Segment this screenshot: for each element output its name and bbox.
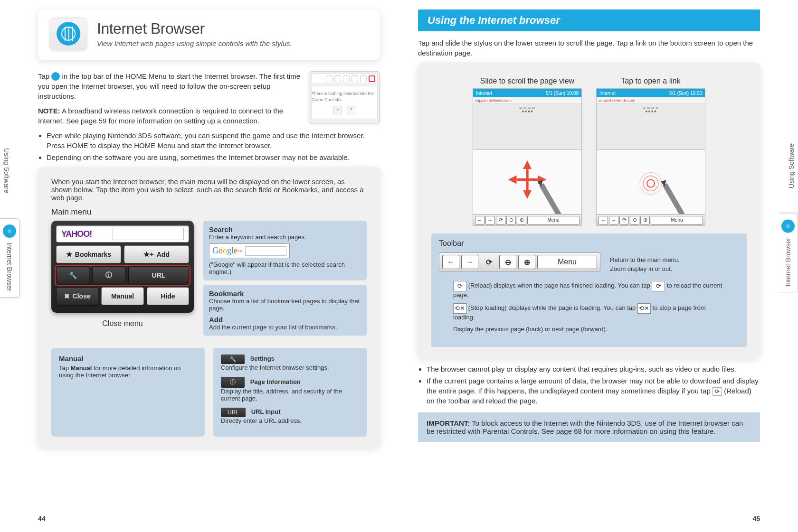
home-top-icon [352, 75, 358, 82]
close-menu-label: Close menu [51, 319, 194, 328]
globe-icon [3, 224, 16, 238]
forward-button[interactable]: → [461, 255, 478, 269]
btn-label: URL [152, 271, 166, 279]
intro-section: Tap in the top bar of the HOME Menu to s… [38, 71, 380, 131]
browser-usage-card: Slide to scroll the page view Internet5/… [418, 63, 760, 357]
wrench-icon: 🔧 [69, 271, 77, 279]
search-field[interactable]: YAHOO! [56, 225, 189, 243]
zoom-out-button[interactable]: ⊖ [630, 216, 639, 224]
menu-button[interactable]: Menu [527, 216, 580, 224]
tap-indicator [639, 171, 663, 196]
btn-label: Manual [111, 292, 134, 300]
reload-button[interactable]: ⟳ [480, 255, 497, 269]
toolbar-diagram: ← → ⟳ ⊖ ⊕ Menu [439, 252, 600, 271]
side-tab-internet-browser: Internet Browser [0, 218, 19, 298]
site-url: support.nintendo.com [597, 97, 705, 104]
bullet: If the current page contains a large amo… [427, 376, 760, 406]
menu-button[interactable]: Menu [537, 255, 597, 269]
box-title: Search [209, 225, 361, 233]
important-note-box: IMPORTANT: To block access to the Intern… [418, 412, 760, 442]
zoom-in-button[interactable]: ⊕ [640, 216, 650, 224]
side-tab-label: Internet Browser [784, 238, 792, 287]
page-title: Internet Browser [97, 20, 292, 37]
google-search-field[interactable]: Google™ [209, 243, 290, 258]
stop-icon: ⟲✕ [453, 303, 466, 314]
search-input[interactable] [113, 228, 184, 240]
btn-label: Close [73, 292, 91, 300]
screen-time: 5/1 (Sun) 10:00 [669, 91, 702, 96]
forward-button[interactable]: → [485, 216, 495, 224]
home-menu-screenshot: There is nothing inserted into the Game … [309, 71, 380, 123]
intro-text-b: in the top bar of the HOME Menu to start… [38, 72, 300, 100]
bullet: Depending on the software you are using,… [47, 152, 380, 162]
url-button[interactable]: URL [128, 266, 189, 284]
header-card: Internet Browser View Internet web pages… [38, 9, 380, 60]
google-input[interactable] [245, 246, 286, 256]
close-button[interactable]: ✖ Close [56, 287, 98, 305]
stop-text-a: (Stop loading) displays while the page i… [468, 304, 637, 311]
side-tab-using-software: Using Software [785, 138, 798, 194]
text: Tap [59, 364, 71, 372]
settings-button[interactable]: 🔧 [56, 266, 89, 284]
box-title: Page Information [250, 378, 301, 385]
reload-button[interactable]: ⟳ [496, 216, 505, 224]
important-text: To block access to the Internet with the… [427, 419, 743, 435]
svg-marker-3 [538, 175, 547, 184]
toolbar-note-return: Return to the main menu. [610, 256, 680, 263]
menu-button[interactable]: Menu [651, 216, 703, 224]
back-button[interactable]: ← [475, 216, 484, 224]
box-desc: Display the title, address, and security… [221, 388, 359, 402]
bullet: The browser cannot play or display any c… [427, 364, 760, 374]
back-button[interactable]: ← [598, 216, 608, 224]
svg-marker-0 [523, 160, 532, 169]
text-bold: Manual [71, 364, 92, 372]
reload-button[interactable]: ⟳ [619, 216, 629, 224]
zoom-out-button[interactable]: ⊖ [499, 255, 516, 269]
browser-main-menu-screenshot: YAHOO! ★Bookmarks ★+Add 🔧 ⓘ URL [51, 221, 194, 313]
home-top-icon [343, 75, 350, 82]
close-icon: ✖ [64, 292, 70, 300]
box-title: URL Input [251, 408, 281, 415]
manual-button[interactable]: Manual [101, 287, 143, 305]
globe-icon [781, 220, 795, 233]
zoom-out-button[interactable]: ⊖ [506, 216, 516, 224]
svg-marker-1 [523, 190, 532, 199]
svg-point-8 [647, 179, 655, 187]
zoom-in-button[interactable]: ⊕ [518, 255, 535, 269]
manual-icon: ? [347, 106, 355, 114]
screen-title: Internet [476, 91, 492, 96]
box-desc2: ("Google" will appear if that is the sel… [209, 261, 361, 275]
home-top-icon [326, 75, 332, 82]
bullet: Even while playing Nintendo 3DS software… [47, 131, 380, 150]
back-button[interactable]: ← [442, 255, 459, 269]
screen-time: 5/1 (Sun) 10:00 [546, 91, 579, 96]
page-info-button[interactable]: ⓘ [92, 266, 125, 284]
btn-label: Bookmarks [75, 251, 111, 258]
info-chip: ⓘ [221, 377, 245, 388]
zoom-in-button[interactable]: ⊕ [517, 216, 526, 224]
text: If the current page contains a large amo… [427, 377, 759, 395]
scroll-arrows [506, 158, 549, 202]
site-url: support.nintendo.com [473, 97, 581, 104]
manual-info-box: Manual Tap Manual for more detailed info… [51, 348, 205, 437]
box-desc: Directly enter a URL address. [221, 417, 359, 424]
forward-button[interactable]: → [609, 216, 618, 224]
section-banner: Using the Internet browser [418, 9, 760, 31]
settings-info-box: 🔧 Settings Configure the Internet browse… [213, 348, 367, 437]
globe-icon [57, 22, 80, 46]
page-number: 44 [38, 515, 46, 523]
reload-text-a: (Reload) displays when the page has fini… [468, 282, 652, 289]
home-body-text: There is nothing inserted into the Game … [312, 91, 377, 103]
page-content: ▭ ▭ ▭ ▭■ ■ ■ ■ [473, 104, 581, 115]
svg-point-9 [643, 176, 658, 191]
globe-icon [51, 72, 60, 81]
info-icon: ⓘ [105, 271, 112, 280]
box-desc: Choose from a list of bookmarked pages t… [209, 298, 361, 312]
browser-icon-highlighted [369, 75, 375, 82]
page-content: ▭ ▭ ▭ ▭■ ■ ■ ■ [597, 104, 705, 115]
add-bookmark-button[interactable]: ★+Add [124, 245, 189, 263]
bookmarks-button[interactable]: ★Bookmarks [56, 245, 121, 263]
section-intro: Tap and slide the stylus on the lower sc… [418, 38, 760, 58]
hide-button[interactable]: Hide [147, 287, 189, 305]
warning-icon: ⚠ [333, 106, 342, 114]
